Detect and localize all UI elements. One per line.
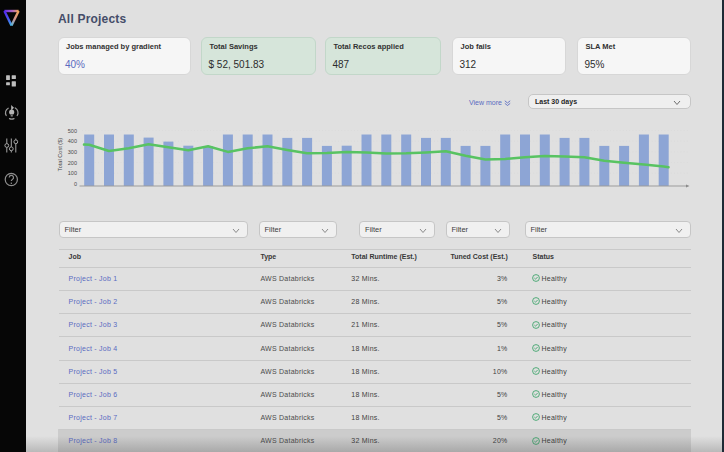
svg-text:Total Cost ($): Total Cost ($) <box>57 138 63 171</box>
svg-text:100: 100 <box>68 170 77 176</box>
svg-text:200: 200 <box>68 160 77 166</box>
svg-text:300: 300 <box>68 149 77 155</box>
svg-text:400: 400 <box>68 138 77 144</box>
svg-text:0: 0 <box>74 181 77 187</box>
svg-text:500: 500 <box>68 128 77 134</box>
